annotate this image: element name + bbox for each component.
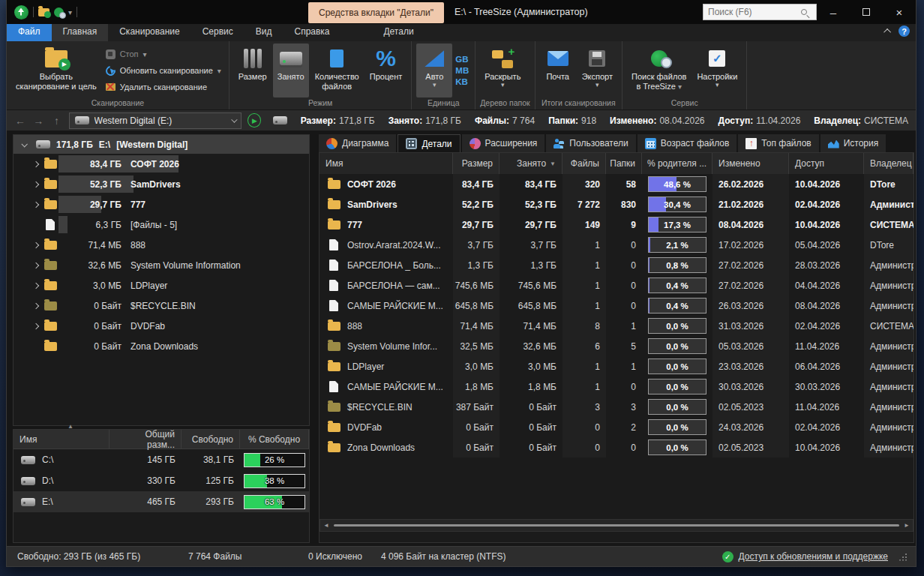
- col-percent[interactable]: % родителя ...: [642, 153, 712, 174]
- menu-tab-справка[interactable]: Справка: [283, 24, 340, 41]
- col-name[interactable]: Имя: [320, 153, 453, 174]
- unit-kb-button[interactable]: KB: [455, 76, 469, 88]
- tree-item[interactable]: 0 БайтDVDFab: [14, 316, 309, 336]
- expand-tree-button[interactable]: + Раскрыть ▾: [480, 44, 525, 98]
- scroll-left-icon[interactable]: ◄: [320, 522, 332, 529]
- drive-combo[interactable]: Western Digital (E:): [69, 112, 242, 129]
- mode-filecount-button[interactable]: Количество файлов: [310, 44, 364, 98]
- table-row[interactable]: $RECYCLE.BIN387 Байт0 Байт330,0 %02.05.2…: [320, 397, 914, 417]
- tree-item[interactable]: 29,7 ГБ777: [14, 194, 309, 214]
- menu-tab-главная[interactable]: Главная: [52, 24, 109, 41]
- tree-item[interactable]: 0 Байт$RECYCLE.BIN: [14, 296, 309, 316]
- stop-button[interactable]: Стоп ▾: [106, 47, 221, 62]
- search-box[interactable]: [703, 4, 817, 20]
- view-tab-топ файлов[interactable]: Топ файлов: [738, 134, 818, 152]
- updates-link[interactable]: ✓ Доступ к обновлениям и поддержке: [722, 551, 888, 562]
- col-folders[interactable]: Папки: [606, 153, 642, 174]
- view-tab-диаграмма[interactable]: Диаграмма: [319, 134, 396, 152]
- table-row[interactable]: САМЫЕ РАЙСКИЕ М...645,8 МБ645,8 МБ100,4 …: [320, 296, 914, 316]
- file-search-button[interactable]: Поиск файлов в TreeSize ▾: [627, 44, 691, 98]
- start-scan-button[interactable]: ▶: [248, 113, 260, 128]
- table-row[interactable]: БАРСЕЛОНА _ Боль...1,3 ГБ1,3 ГБ100,8 %27…: [320, 255, 914, 275]
- table-row[interactable]: SamDrivers52,2 ГБ52,3 ГБ7 27283030,4 %21…: [320, 194, 914, 214]
- chevron-right-icon[interactable]: [30, 304, 42, 308]
- unit-mb-button[interactable]: MB: [455, 65, 469, 76]
- maximize-button[interactable]: [850, 0, 883, 24]
- table-row[interactable]: 77729,7 ГБ29,7 ГБ149917,3 %08.04.202610.…: [320, 214, 914, 235]
- collapse-ribbon-icon[interactable]: [884, 28, 891, 36]
- menu-tab-вид[interactable]: Вид: [244, 24, 284, 41]
- remove-scan-button[interactable]: Удалить сканирование: [106, 80, 221, 94]
- chevron-down-icon[interactable]: [18, 142, 30, 147]
- unit-auto-button[interactable]: Авто ▾: [416, 44, 452, 98]
- table-row[interactable]: Zona Downloads0 Байт0 Байт000,0 %02.05.2…: [320, 437, 914, 458]
- col-owner[interactable]: Владелец: [864, 153, 914, 174]
- file-search-icon[interactable]: [54, 8, 64, 17]
- tree-item[interactable]: 71,4 МБ888: [14, 235, 309, 255]
- drives-col-total[interactable]: Общий разм...: [110, 430, 182, 448]
- col-access[interactable]: Доступ: [789, 153, 864, 174]
- horizontal-scrollbar[interactable]: ◄ ►: [320, 519, 914, 532]
- drive-row[interactable]: C:\145 ГБ38,1 ГБ26 %: [14, 449, 309, 470]
- view-tab-возраст файлов[interactable]: Возраст файлов: [638, 134, 737, 152]
- menu-tab-детали[interactable]: Детали: [344, 24, 454, 41]
- mode-percent-button[interactable]: % Процент: [365, 44, 407, 98]
- help-icon[interactable]: ?: [898, 26, 910, 37]
- tree-root-row[interactable]: 171,8 ГБ E:\ [Western Digital]: [14, 135, 309, 154]
- scrollbar-thumb[interactable]: [334, 524, 899, 526]
- drive-row[interactable]: E:\465 ГБ293 ГБ63 %: [14, 491, 309, 512]
- resize-grip-icon[interactable]: [898, 553, 907, 561]
- minimize-button[interactable]: –: [817, 0, 850, 24]
- mode-size-button[interactable]: Размер: [234, 44, 272, 98]
- menu-tab-файл[interactable]: Файл: [7, 24, 52, 41]
- tree-item[interactable]: 52,3 ГБSamDrivers: [14, 174, 309, 194]
- table-row[interactable]: System Volume Infor...32,5 МБ32,6 МБ650,…: [320, 336, 914, 356]
- tree-item[interactable]: 83,4 ГБСОФТ 2026: [14, 154, 309, 174]
- chevron-right-icon[interactable]: [30, 284, 42, 288]
- back-icon[interactable]: ←: [14, 115, 26, 127]
- table-row[interactable]: БАРСЕЛОНА — сам...745,6 МБ745,6 МБ100,4 …: [320, 275, 914, 296]
- menu-tab-сканирование[interactable]: Сканирование: [108, 24, 190, 41]
- table-row[interactable]: LDPlayer3,0 МБ3,0 МБ110,0 %23.03.202606.…: [320, 356, 914, 376]
- close-button[interactable]: ×: [883, 0, 916, 24]
- view-tab-расширения[interactable]: Расширения: [462, 134, 545, 152]
- scroll-right-icon[interactable]: ►: [901, 522, 913, 529]
- chevron-right-icon[interactable]: [30, 182, 42, 187]
- unit-gb-button[interactable]: GB: [455, 54, 469, 65]
- quick-access-dropdown-icon[interactable]: ▾: [68, 8, 72, 16]
- col-size[interactable]: Размер: [453, 153, 500, 174]
- col-used[interactable]: Занято ▼: [500, 153, 562, 174]
- select-scan-button[interactable]: ▶ Выбрать сканирование и цель: [11, 44, 101, 98]
- view-tab-пользователи[interactable]: Пользователи: [546, 134, 635, 152]
- drives-col-name[interactable]: Имя ▲: [14, 430, 110, 448]
- view-tab-детали[interactable]: Детали: [398, 134, 460, 152]
- export-button[interactable]: Экспорт ▾: [578, 44, 617, 98]
- select-scan-icon[interactable]: [38, 8, 50, 16]
- tree-item[interactable]: 0 БайтZona Downloads: [14, 336, 309, 356]
- search-icon[interactable]: [801, 9, 807, 15]
- table-row[interactable]: СОФТ 202683,4 ГБ83,4 ГБ3205848,6 %26.02.…: [320, 174, 914, 194]
- table-row[interactable]: 88871,4 МБ71,4 МБ810,0 %31.03.202602.04.…: [320, 316, 914, 336]
- mail-button[interactable]: Почта: [540, 44, 576, 98]
- chevron-right-icon[interactable]: [30, 263, 42, 268]
- up-icon[interactable]: ↑: [50, 115, 62, 127]
- chevron-right-icon[interactable]: [30, 202, 42, 207]
- drive-row[interactable]: D:\330 ГБ125 ГБ38 %: [14, 470, 309, 491]
- tree-item[interactable]: 3,0 МБLDPlayer: [14, 275, 309, 296]
- drives-col-free[interactable]: Свободно: [182, 430, 240, 448]
- mode-allocated-button[interactable]: Занято: [273, 44, 309, 98]
- view-tab-история[interactable]: История: [820, 134, 886, 152]
- forward-icon[interactable]: →: [32, 115, 44, 127]
- settings-button[interactable]: ✓ Настройки ▾: [692, 44, 742, 98]
- refresh-scan-button[interactable]: Обновить сканирование ▾: [106, 64, 221, 78]
- tree-item[interactable]: 32,6 МБSystem Volume Information: [14, 255, 309, 275]
- chevron-right-icon[interactable]: [30, 243, 42, 248]
- tree-item[interactable]: 6,3 ГБ[Файлы - 5]: [14, 214, 309, 235]
- col-modified[interactable]: Изменено: [712, 153, 789, 174]
- chevron-right-icon[interactable]: [30, 162, 42, 166]
- menu-tab-сервис[interactable]: Сервис: [191, 24, 244, 41]
- table-row[interactable]: DVDFab0 Байт0 Байт020,0 %24.03.202602.04…: [320, 417, 914, 437]
- chevron-right-icon[interactable]: [30, 324, 42, 328]
- col-files[interactable]: Файлы: [562, 153, 606, 174]
- drives-col-pct[interactable]: % Свободно: [240, 430, 309, 448]
